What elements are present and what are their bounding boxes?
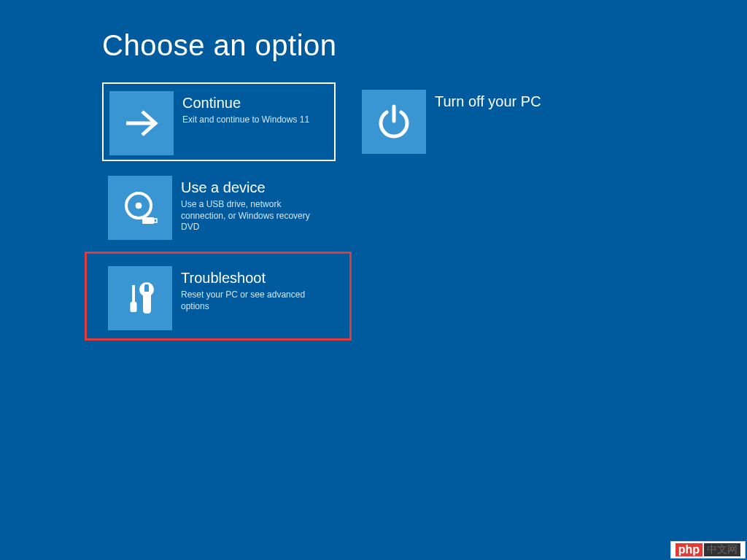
- continue-title: Continue: [182, 94, 309, 112]
- tools-icon: [108, 266, 172, 330]
- troubleshoot-tile[interactable]: Troubleshoot Reset your PC or see advanc…: [102, 259, 336, 338]
- troubleshoot-desc: Reset your PC or see advanced options: [181, 289, 318, 312]
- usedevice-tile[interactable]: Use a device Use a USB drive, network co…: [102, 168, 336, 247]
- watermark-label-2: 中文网: [704, 543, 740, 556]
- troubleshoot-title: Troubleshoot: [181, 269, 318, 287]
- watermark-label-1: php: [676, 543, 703, 556]
- main-container: Choose an option Continue Exit and conti…: [0, 0, 747, 338]
- usedevice-title: Use a device: [181, 179, 318, 196]
- tile-grid: Continue Exit and continue to Windows 11…: [102, 82, 747, 338]
- disc-usb-icon: [108, 176, 172, 240]
- tile-row-1: Continue Exit and continue to Windows 11…: [102, 82, 747, 161]
- svg-rect-10: [145, 284, 149, 290]
- arrow-right-icon: [109, 91, 174, 155]
- turnoff-title: Turn off your PC: [435, 93, 541, 110]
- tile-row-2: Use a device Use a USB drive, network co…: [102, 168, 747, 247]
- tile-row-3: Troubleshoot Reset your PC or see advanc…: [102, 259, 747, 338]
- page-title: Choose an option: [102, 29, 747, 62]
- svg-rect-5: [154, 219, 157, 222]
- troubleshoot-text: Troubleshoot Reset your PC or see advanc…: [172, 266, 318, 312]
- continue-tile[interactable]: Continue Exit and continue to Windows 11: [102, 82, 336, 161]
- svg-rect-7: [131, 302, 137, 312]
- turnoff-text: Turn off your PC: [426, 90, 541, 113]
- usedevice-text: Use a device Use a USB drive, network co…: [172, 176, 318, 233]
- turnoff-tile[interactable]: Turn off your PC: [356, 82, 589, 161]
- continue-desc: Exit and continue to Windows 11: [182, 114, 309, 126]
- usedevice-desc: Use a USB drive, network connection, or …: [181, 199, 318, 233]
- svg-rect-6: [132, 285, 135, 303]
- svg-rect-4: [142, 217, 154, 224]
- watermark: php 中文网: [670, 541, 746, 559]
- power-icon: [362, 90, 426, 154]
- continue-text: Continue Exit and continue to Windows 11: [174, 91, 309, 126]
- svg-point-3: [136, 203, 142, 209]
